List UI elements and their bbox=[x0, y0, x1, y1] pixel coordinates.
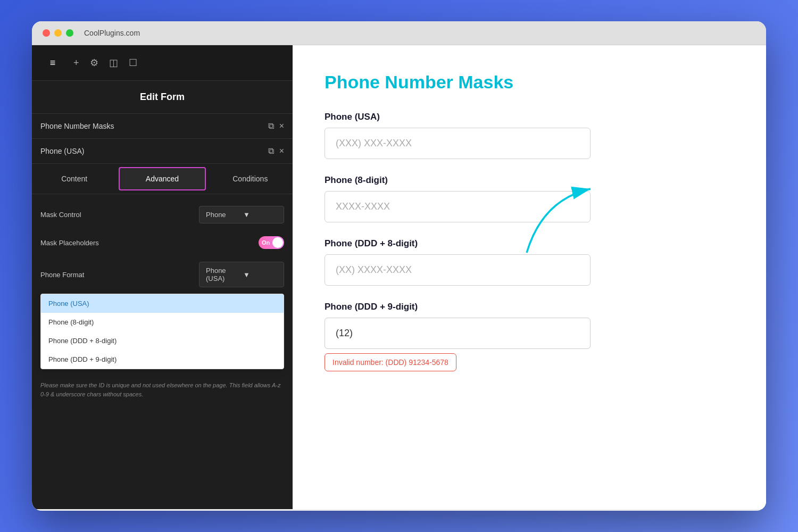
phone-ddd9-label: Phone (DDD + 9-digit) bbox=[325, 302, 734, 312]
phone-ddd9-input[interactable]: (12) bbox=[325, 318, 591, 349]
dropdown-item-ddd8[interactable]: Phone (DDD + 8-digit) bbox=[41, 331, 284, 350]
page-title: Phone Number Masks bbox=[325, 72, 734, 93]
mask-control-value: Phone bbox=[206, 211, 240, 219]
error-badge: Invalid number: (DDD) 91234-5678 bbox=[325, 353, 456, 371]
phone-format-dropdown: Phone (USA) Phone (8-digit) Phone (DDD +… bbox=[40, 294, 284, 369]
tabs-row: Content Advanced Conditions bbox=[32, 164, 293, 194]
phone-format-label: Phone Format bbox=[40, 271, 84, 279]
add-icon[interactable]: + bbox=[73, 57, 79, 69]
phone-8digit-input[interactable]: XXXX-XXXX bbox=[325, 191, 591, 222]
edit-form-title: Edit Form bbox=[140, 92, 185, 102]
phone-usa-label: Phone (USA) bbox=[325, 112, 734, 122]
phone-format-row: Phone Format Phone (USA) ▼ bbox=[32, 255, 293, 294]
comment-icon[interactable]: ☐ bbox=[129, 57, 137, 69]
toggle-label: On bbox=[262, 239, 270, 246]
sidebar: ≡ + ⚙ ◫ ☐ Edit Form Phone Number Masks ⧉… bbox=[32, 45, 293, 509]
widget-phone-number-masks[interactable]: Phone Number Masks ⧉ × bbox=[32, 114, 293, 139]
widget1-copy-icon[interactable]: ⧉ bbox=[268, 121, 274, 131]
phone-ddd8-section: Phone (DDD + 8-digit) (XX) XXXX-XXXX bbox=[325, 238, 734, 286]
phone-ddd8-input[interactable]: (XX) XXXX-XXXX bbox=[325, 254, 591, 286]
phone-format-value: Phone (USA) bbox=[206, 267, 240, 282]
maximize-button[interactable] bbox=[66, 29, 73, 37]
sidebar-topbar: ≡ + ⚙ ◫ ☐ bbox=[32, 45, 293, 81]
widget1-label: Phone Number Masks bbox=[40, 122, 114, 130]
dropdown-item-8digit[interactable]: Phone (8-digit) bbox=[41, 313, 284, 331]
browser-window: CoolPlugins.com ≡ + ⚙ ◫ ☐ Edit Form Phon… bbox=[32, 21, 766, 511]
minimize-button[interactable] bbox=[54, 29, 62, 37]
widget2-label: Phone (USA) bbox=[40, 147, 84, 155]
phone-usa-input[interactable]: (XXX) XXX-XXXX bbox=[325, 128, 591, 159]
settings-icon[interactable]: ⚙ bbox=[90, 57, 98, 69]
phone-format-chevron: ▼ bbox=[243, 271, 277, 279]
browser-content: ≡ + ⚙ ◫ ☐ Edit Form Phone Number Masks ⧉… bbox=[32, 45, 766, 509]
main-content: Phone Number Masks Phone (USA) (XXX) XXX… bbox=[293, 45, 766, 509]
mask-control-chevron: ▼ bbox=[243, 211, 277, 219]
toggle-knob bbox=[272, 237, 283, 248]
mask-control-row: Mask Control Phone ▼ bbox=[32, 200, 293, 230]
edit-form-header: Edit Form bbox=[32, 81, 293, 114]
widget-phone-usa[interactable]: Phone (USA) ⧉ × bbox=[32, 139, 293, 164]
phone-ddd8-label: Phone (DDD + 8-digit) bbox=[325, 238, 734, 249]
mask-placeholders-toggle-container: On bbox=[259, 236, 284, 249]
widget1-actions: ⧉ × bbox=[268, 121, 284, 131]
elementor-logo[interactable]: ≡ bbox=[43, 53, 63, 73]
dropdown-item-ddd9[interactable]: Phone (DDD + 9-digit) bbox=[41, 350, 284, 369]
mask-placeholders-row: Mask Placeholders On bbox=[32, 230, 293, 255]
phone-8digit-section: Phone (8-digit) XXXX-XXXX bbox=[325, 175, 734, 222]
mask-control-select[interactable]: Phone ▼ bbox=[199, 206, 284, 223]
tab-conditions[interactable]: Conditions bbox=[208, 164, 293, 194]
widget2-actions: ⧉ × bbox=[268, 146, 284, 156]
traffic-lights bbox=[43, 29, 73, 37]
phone-8digit-label: Phone (8-digit) bbox=[325, 175, 734, 186]
settings-section: Mask Control Phone ▼ Mask Placeholders O… bbox=[32, 194, 293, 375]
browser-titlebar: CoolPlugins.com bbox=[32, 21, 766, 45]
widget2-copy-icon[interactable]: ⧉ bbox=[268, 146, 274, 156]
mask-control-label: Mask Control bbox=[40, 211, 81, 219]
tab-advanced[interactable]: Advanced bbox=[119, 167, 205, 190]
mask-placeholders-label: Mask Placeholders bbox=[40, 239, 99, 247]
tab-content[interactable]: Content bbox=[32, 164, 117, 194]
dropdown-item-usa[interactable]: Phone (USA) bbox=[41, 294, 284, 313]
mask-placeholders-toggle[interactable]: On bbox=[259, 236, 284, 249]
close-button[interactable] bbox=[43, 29, 50, 37]
widget2-close-icon[interactable]: × bbox=[279, 146, 284, 156]
sidebar-footer-note: Please make sure the ID is unique and no… bbox=[32, 375, 293, 405]
phone-format-select[interactable]: Phone (USA) ▼ bbox=[199, 262, 284, 287]
phone-usa-section: Phone (USA) (XXX) XXX-XXXX bbox=[325, 112, 734, 159]
browser-url: CoolPlugins.com bbox=[84, 29, 140, 37]
phone-ddd9-section: Phone (DDD + 9-digit) (12) Invalid numbe… bbox=[325, 302, 734, 371]
elementor-logo-icon: ≡ bbox=[50, 57, 56, 69]
widget1-close-icon[interactable]: × bbox=[279, 121, 284, 131]
layers-icon[interactable]: ◫ bbox=[109, 57, 118, 69]
